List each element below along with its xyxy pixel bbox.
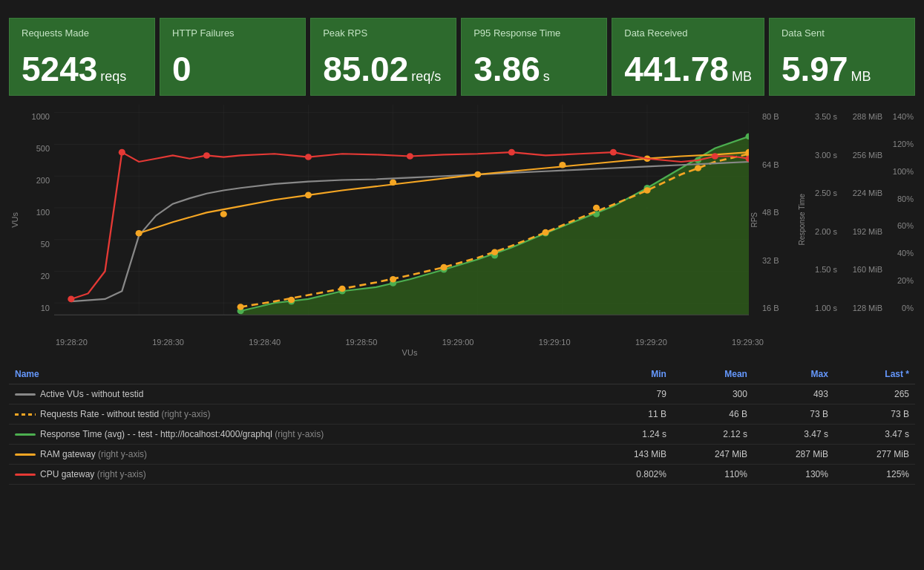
legend-min: 143 MiB [592,445,672,465]
svg-point-33 [491,249,498,256]
svg-point-43 [474,171,481,178]
metric-value: 441.78MB [624,52,752,86]
metric-card-data-received: Data Received 441.78MB [612,18,764,96]
svg-point-32 [441,264,448,271]
legend-max: 493 [753,384,834,404]
legend-last: 125% [834,465,915,485]
metric-value: 0 [172,52,293,86]
legend-line [15,393,36,396]
metric-value: 5243reqs [22,52,142,86]
svg-point-50 [305,154,312,160]
legend-row: Active VUs - without testid 79 300 493 2… [9,384,915,404]
metric-label: Requests Made [22,27,142,39]
svg-point-30 [339,286,346,292]
y-axis-mib: 288 MiB 256 MiB 224 MiB 192 MiB 160 MiB … [845,105,884,335]
col-header-mean: Mean [672,364,753,384]
legend-name: RAM gateway (right y-axis) [9,445,592,465]
x-axis-label: VUs [56,347,764,361]
svg-point-49 [203,152,210,159]
legend-row: Requests Rate - without testid (right y-… [9,404,915,425]
legend-line [15,433,36,436]
legend-name: Requests Rate - without testid (right y-… [9,404,592,425]
legend-mean: 2.12 s [672,425,753,445]
y-axis-response-time: 3.50 s 3.00 s 2.50 s 2.00 s 1.50 s 1.00 … [807,105,845,335]
col-header-min: Min [592,364,672,384]
svg-point-29 [288,297,295,304]
rps-axis-label: RPS [750,212,758,228]
legend-max: 130% [753,465,834,485]
legend-min: 1.24 s [592,425,672,445]
metric-card-http-failures: HTTP Failures 0 [160,18,306,96]
legend-last: 73 B [834,404,915,425]
metric-label: Data Received [624,27,752,39]
legend-line [15,474,36,476]
metric-value: 3.86s [474,52,594,86]
legend-mean: 110% [672,465,753,485]
legend-line [15,453,36,456]
svg-point-48 [119,149,125,156]
response-time-axis-label: Response Time [798,194,806,245]
svg-point-40 [220,211,227,217]
legend-max: 287 MiB [753,445,834,465]
metric-card-p95-response-time: P95 Response Time 3.86s [461,18,607,96]
metric-card-peak-rps: Peak RPS 85.02req/s [310,18,456,96]
metric-card-data-sent: Data Sent 5.97MB [769,18,915,96]
legend-mean: 300 [672,384,753,404]
legend-section: Name Min Mean Max Last * Active VUs - wi… [0,364,924,485]
svg-point-41 [305,192,312,199]
legend-last: 265 [834,384,915,404]
metric-label: P95 Response Time [474,27,594,39]
metric-value: 5.97MB [782,52,902,86]
svg-point-51 [407,153,413,160]
legend-name: CPU gateway (right y-axis) [9,465,592,485]
legend-min: 11 B [592,404,672,425]
y-axis-vu-label: VUs [10,212,19,228]
legend-mean: 46 B [672,404,753,425]
legend-line-dashed [15,413,36,416]
metric-card-requests-made: Requests Made 5243reqs [9,18,155,96]
legend-row: Response Time (avg) - - test - http://lo… [9,425,915,445]
x-axis: 19:28:20 19:28:30 19:28:40 19:28:50 19:2… [9,335,764,347]
metric-label: Peak RPS [323,27,444,39]
legend-row: CPU gateway (right y-axis) 0.802% 110% 1… [9,465,915,485]
legend-last: 277 MiB [834,445,915,465]
legend-last: 3.47 s [834,425,915,445]
legend-name: Response Time (avg) - - test - http://lo… [9,425,592,445]
svg-point-54 [712,153,718,160]
svg-point-36 [643,187,650,194]
y-axis-percent: 140% 120% 100% 80% 60% 40% 20% 0% [884,105,915,335]
col-header-name: Name [9,364,592,384]
svg-point-37 [695,165,701,171]
legend-name: Active VUs - without testid [9,384,592,404]
svg-point-31 [390,276,396,283]
metric-label: HTTP Failures [172,27,293,39]
chart-area [54,105,749,335]
svg-point-28 [237,304,244,310]
legend-max: 73 B [753,404,834,425]
col-header-last: Last * [834,364,915,384]
metrics-row: Requests Made 5243reqs HTTP Failures 0 P… [0,18,924,105]
chart-svg [54,105,749,335]
svg-point-53 [610,149,617,156]
svg-point-52 [508,149,515,156]
metric-value: 85.02req/s [323,52,444,86]
legend-min: 79 [592,384,672,404]
svg-point-35 [593,205,600,212]
legend-max: 3.47 s [753,425,834,445]
metric-label: Data Sent [782,27,902,39]
y-axis-rps: 80 B 64 B 48 B 32 B 16 B [759,105,796,335]
legend-min: 0.802% [592,465,672,485]
header [0,0,924,18]
svg-point-47 [68,296,74,303]
svg-point-34 [542,229,548,236]
svg-point-42 [390,179,396,186]
y-axis-left: 1000 500 200 100 50 20 10 [21,105,54,335]
chart-section: VUs 1000 500 200 100 50 20 10 [0,105,924,361]
legend-row: RAM gateway (right y-axis) 143 MiB 247 M… [9,445,915,465]
svg-point-39 [136,230,142,237]
svg-point-44 [559,162,566,168]
legend-mean: 247 MiB [672,445,753,465]
col-header-max: Max [753,364,834,384]
legend-table: Name Min Mean Max Last * Active VUs - wi… [9,364,915,485]
